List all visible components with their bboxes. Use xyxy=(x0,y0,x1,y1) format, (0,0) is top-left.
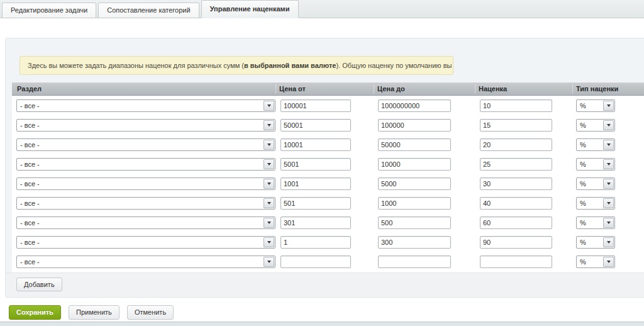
price-to-input[interactable] xyxy=(378,236,451,249)
panel-footer: Добавить xyxy=(6,273,644,297)
chevron-down-icon[interactable] xyxy=(603,218,614,228)
markup-input[interactable] xyxy=(480,197,552,210)
markup-type-select[interactable]: % xyxy=(576,138,615,151)
markup-type-select[interactable]: % xyxy=(576,158,615,171)
price-from-input[interactable] xyxy=(280,158,351,171)
chevron-down-icon[interactable] xyxy=(603,159,614,169)
info-banner-text-after: ). Общую наценку по умолчанию вы можете … xyxy=(336,62,453,69)
markup-type-select-value: % xyxy=(577,102,586,110)
markup-input[interactable] xyxy=(480,119,552,132)
section-select-value: - все - xyxy=(17,200,40,207)
section-select-value: - все - xyxy=(17,102,40,110)
price-to-input[interactable] xyxy=(378,119,451,132)
cancel-button[interactable]: Отменить xyxy=(127,305,174,320)
bottom-divider xyxy=(0,322,644,326)
chevron-down-icon[interactable] xyxy=(603,120,614,130)
section-select-value: - все - xyxy=(17,258,40,266)
chevron-down-icon[interactable] xyxy=(264,257,274,267)
column-header-section: Раздел xyxy=(17,83,42,95)
column-header-price-to: Цена до xyxy=(377,83,405,95)
price-from-input[interactable] xyxy=(280,216,351,229)
section-select-value: - все - xyxy=(17,141,40,149)
markup-type-select-value: % xyxy=(577,121,586,129)
header-divider xyxy=(275,84,276,94)
markup-type-select[interactable]: % xyxy=(576,197,615,210)
chevron-down-icon[interactable] xyxy=(264,140,274,150)
markup-type-select[interactable]: % xyxy=(576,236,615,249)
price-to-input[interactable] xyxy=(378,138,451,151)
section-select[interactable]: - все - xyxy=(16,119,275,132)
price-from-input[interactable] xyxy=(280,119,351,132)
markup-input[interactable] xyxy=(480,99,552,112)
table-body: - все - % - все - % xyxy=(12,96,644,274)
chevron-down-icon[interactable] xyxy=(264,101,274,111)
price-from-input[interactable] xyxy=(280,256,351,268)
markup-type-select[interactable]: % xyxy=(576,119,615,132)
table-row: - все - % xyxy=(12,213,644,233)
chevron-down-icon[interactable] xyxy=(603,140,614,150)
markup-input[interactable] xyxy=(480,177,552,190)
section-select[interactable]: - все - xyxy=(16,236,275,249)
markup-type-select[interactable]: % xyxy=(576,256,615,268)
section-select[interactable]: - все - xyxy=(16,216,275,229)
price-from-input[interactable] xyxy=(280,99,351,112)
section-select-value: - все - xyxy=(17,239,40,246)
apply-button[interactable]: Применить xyxy=(69,305,119,320)
section-select-value: - все - xyxy=(17,160,40,168)
table-row: - все - % xyxy=(12,233,644,252)
price-from-input[interactable] xyxy=(280,138,351,151)
chevron-down-icon[interactable] xyxy=(603,198,614,208)
price-to-input[interactable] xyxy=(378,216,451,229)
column-header-markup: Наценка xyxy=(479,83,507,95)
price-from-input[interactable] xyxy=(280,197,351,210)
tab-edit-task[interactable]: Редактирование задачи xyxy=(2,3,96,18)
markup-input[interactable] xyxy=(480,158,552,171)
markup-input[interactable] xyxy=(480,216,552,229)
markup-input[interactable] xyxy=(480,256,552,268)
section-select[interactable]: - все - xyxy=(16,158,275,171)
tab-category-mapping[interactable]: Сопоставление категорий xyxy=(98,3,199,18)
markup-input[interactable] xyxy=(480,236,552,249)
section-select[interactable]: - все - xyxy=(16,197,275,210)
save-button[interactable]: Сохранить xyxy=(9,305,61,320)
chevron-down-icon[interactable] xyxy=(264,237,274,247)
markup-type-select[interactable]: % xyxy=(576,177,615,190)
price-to-input[interactable] xyxy=(378,177,451,190)
chevron-down-icon[interactable] xyxy=(603,101,614,111)
chevron-down-icon[interactable] xyxy=(603,179,614,189)
tab-markup-management[interactable]: Управление наценками xyxy=(201,0,299,18)
add-row-button[interactable]: Добавить xyxy=(16,278,62,291)
section-select[interactable]: - все - xyxy=(16,138,275,151)
section-select[interactable]: - все - xyxy=(16,177,275,190)
markup-type-select-value: % xyxy=(577,258,586,266)
table-row: - все - % xyxy=(12,135,644,155)
price-to-input[interactable] xyxy=(378,99,451,112)
chevron-down-icon[interactable] xyxy=(264,159,274,169)
markup-type-select[interactable]: % xyxy=(576,216,615,229)
markup-type-select[interactable]: % xyxy=(576,99,615,112)
action-bar: Сохранить Применить Отменить xyxy=(9,305,179,320)
info-banner-text: Здесь вы можете задать диапазоны наценок… xyxy=(28,62,244,69)
chevron-down-icon[interactable] xyxy=(264,198,274,208)
column-header-price-from: Цена от xyxy=(279,83,306,95)
chevron-down-icon[interactable] xyxy=(264,218,274,228)
section-select[interactable]: - все - xyxy=(16,99,275,112)
section-select[interactable]: - все - xyxy=(16,256,275,268)
price-from-input[interactable] xyxy=(280,177,351,190)
chevron-down-icon[interactable] xyxy=(603,257,614,267)
column-header-markup-type: Тип наценки xyxy=(576,83,618,95)
chevron-down-icon[interactable] xyxy=(264,120,274,130)
header-divider xyxy=(374,84,374,94)
chevron-down-icon[interactable] xyxy=(264,179,274,189)
price-to-input[interactable] xyxy=(378,256,451,268)
markup-panel: Здесь вы можете задать диапазоны наценок… xyxy=(5,38,644,298)
table-row: - все - % xyxy=(12,96,644,116)
section-select-value: - все - xyxy=(17,219,40,227)
table-row: - все - % xyxy=(12,174,644,194)
markup-input[interactable] xyxy=(480,138,552,151)
price-to-input[interactable] xyxy=(378,197,451,210)
price-to-input[interactable] xyxy=(378,158,451,171)
markup-type-select-value: % xyxy=(577,180,586,188)
chevron-down-icon[interactable] xyxy=(603,237,614,247)
price-from-input[interactable] xyxy=(280,236,351,249)
